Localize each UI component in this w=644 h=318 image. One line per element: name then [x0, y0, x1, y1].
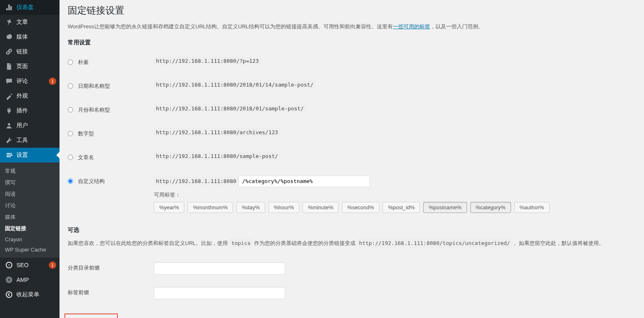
- permalink-option[interactable]: 文章名: [68, 154, 146, 161]
- custom-prefix: http://192.168.1.111:8080: [154, 177, 238, 185]
- appearance-icon: [5, 92, 13, 100]
- submenu-item[interactable]: Crayon: [0, 234, 60, 245]
- svg-point-0: [11, 153, 12, 154]
- badge: 1: [49, 78, 56, 85]
- permalink-option-label: 自定义结构: [78, 178, 105, 185]
- tag-button[interactable]: %author%: [514, 202, 550, 213]
- menu-label: AMP: [16, 277, 56, 283]
- category-base-input[interactable]: [154, 262, 285, 275]
- tag-button[interactable]: %second%: [342, 202, 379, 213]
- menu-item-links[interactable]: 链接: [0, 44, 60, 59]
- permalink-radio-custom[interactable]: [68, 178, 73, 184]
- pin-icon: [5, 18, 13, 26]
- submenu-item[interactable]: 阅读: [0, 188, 60, 200]
- optional-table: 分类目录前缀 标签前缀: [68, 256, 636, 305]
- tag-buttons-row: %year%%monthnum%%day%%hour%%minute%%seco…: [154, 202, 632, 213]
- permalink-example: http://192.168.1.111:8080/2018/01/14/sam…: [154, 80, 316, 89]
- menu-label: 用户: [16, 122, 56, 129]
- permalink-option[interactable]: 月份和名称型: [68, 106, 146, 114]
- submenu-item[interactable]: 讨论: [0, 200, 60, 211]
- tag-button[interactable]: %minute%: [303, 202, 339, 213]
- tag-button[interactable]: %hour%: [268, 202, 299, 213]
- seo-icon: Y: [5, 261, 13, 269]
- menu-item-page[interactable]: 页面: [0, 59, 60, 74]
- permalink-option-label: 文章名: [78, 154, 94, 161]
- tag-button[interactable]: %postname%: [423, 202, 467, 213]
- permalink-option-label: 月份和名称型: [78, 106, 110, 114]
- permalink-radio[interactable]: [68, 107, 73, 112]
- menu-label: 设置: [16, 151, 56, 159]
- menu-label: 链接: [16, 48, 56, 55]
- admin-sidebar: 仪表盘文章媒体链接页面评论1外观插件用户工具设置 常规撰写阅读讨论媒体固定链接C…: [0, 0, 60, 318]
- highlight-annotation: 保存更改: [64, 313, 118, 318]
- submenu-item[interactable]: 固定链接: [0, 223, 60, 234]
- badge: 1: [49, 261, 56, 269]
- svg-point-1: [11, 155, 13, 156]
- users-icon: [5, 121, 13, 130]
- tag-button[interactable]: %category%: [470, 202, 511, 213]
- category-base-label: 分类目录前缀: [68, 256, 150, 281]
- example-code-url: http://192.168.1.111:8080/topics/uncateg…: [357, 238, 512, 248]
- media-icon: [5, 33, 13, 41]
- permalink-option-label: 数字型: [78, 130, 94, 137]
- plugins-icon: [5, 107, 13, 115]
- optional-description: 如果您喜欢，您可以在此给您的分类和标签自定义URL。比如，使用 topics 作…: [68, 238, 636, 248]
- menu-item-media[interactable]: 媒体: [0, 30, 60, 44]
- permalink-option[interactable]: 朴素: [68, 59, 146, 66]
- menu-item-collapse[interactable]: 收起菜单: [0, 287, 60, 302]
- menu-item-settings[interactable]: 设置: [0, 148, 60, 162]
- tag-base-input[interactable]: [154, 287, 285, 299]
- menu-label: 仪表盘: [16, 4, 56, 11]
- menu-label: 收起菜单: [16, 291, 56, 298]
- menu-item-seo[interactable]: YSEO1: [0, 258, 60, 272]
- menu-item-pin[interactable]: 文章: [0, 15, 60, 30]
- menu-label: 插件: [16, 107, 56, 114]
- submenu-item[interactable]: 撰写: [0, 177, 60, 188]
- submenu-item[interactable]: WP Super Cache: [0, 245, 60, 255]
- tag-button[interactable]: %day%: [236, 202, 265, 213]
- custom-structure-input[interactable]: [238, 176, 370, 187]
- permalink-radio[interactable]: [68, 155, 73, 160]
- tags-help-link[interactable]: 一些可用的标签: [393, 23, 430, 30]
- optional-heading: 可选: [68, 226, 636, 234]
- comment-icon: [5, 77, 13, 85]
- menu-item-appearance[interactable]: 外观: [0, 89, 60, 103]
- permalink-radio[interactable]: [68, 83, 73, 89]
- submenu-item[interactable]: 媒体: [0, 211, 60, 223]
- available-tags-label: 可用标签：: [154, 191, 632, 199]
- permalink-option[interactable]: 数字型: [68, 130, 146, 137]
- amp-icon: [5, 276, 13, 284]
- collapse-icon: [5, 291, 13, 299]
- tag-button[interactable]: %monthnum%: [188, 202, 233, 213]
- tag-button[interactable]: %year%: [154, 202, 184, 213]
- svg-point-2: [10, 156, 11, 158]
- menu-label: 外观: [16, 92, 56, 100]
- permalink-radio[interactable]: [68, 131, 73, 136]
- permalink-example: http://192.168.1.111:8080/sample-post/: [154, 152, 280, 160]
- permalink-option-custom[interactable]: 自定义结构: [68, 178, 146, 185]
- permalink-example: http://192.168.1.111:8080/?p=123: [154, 57, 261, 65]
- submenu-item[interactable]: 常规: [0, 165, 60, 177]
- menu-label: 媒体: [16, 33, 56, 41]
- permalink-option-label: 日期和名称型: [78, 82, 110, 90]
- menu-item-plugins[interactable]: 插件: [0, 103, 60, 118]
- permalink-radio[interactable]: [68, 59, 73, 65]
- permalink-option[interactable]: 日期和名称型: [68, 82, 146, 90]
- menu-item-users[interactable]: 用户: [0, 118, 60, 133]
- svg-point-6: [6, 292, 12, 297]
- permalink-example: http://192.168.1.111:8080/archives/123: [154, 128, 280, 136]
- menu-item-dashboard[interactable]: 仪表盘: [0, 0, 60, 15]
- settings-submenu: 常规撰写阅读讨论媒体固定链接CrayonWP Super Cache: [0, 162, 60, 258]
- menu-label: 工具: [16, 137, 56, 144]
- dashboard-icon: [5, 3, 13, 11]
- menu-item-tools[interactable]: 工具: [0, 133, 60, 148]
- menu-label: 评论: [16, 78, 47, 85]
- settings-icon: [5, 151, 13, 159]
- example-code-topics: topics: [229, 238, 253, 248]
- permalink-options-table: 朴素http://192.168.1.111:8080/?p=123日期和名称型…: [68, 50, 636, 219]
- menu-label: 文章: [16, 18, 56, 26]
- permalink-example: http://192.168.1.111:8080/2018/01/sample…: [154, 104, 306, 112]
- menu-item-comment[interactable]: 评论1: [0, 74, 60, 89]
- menu-item-amp[interactable]: AMP: [0, 272, 60, 287]
- tag-button[interactable]: %post_id%: [383, 202, 420, 213]
